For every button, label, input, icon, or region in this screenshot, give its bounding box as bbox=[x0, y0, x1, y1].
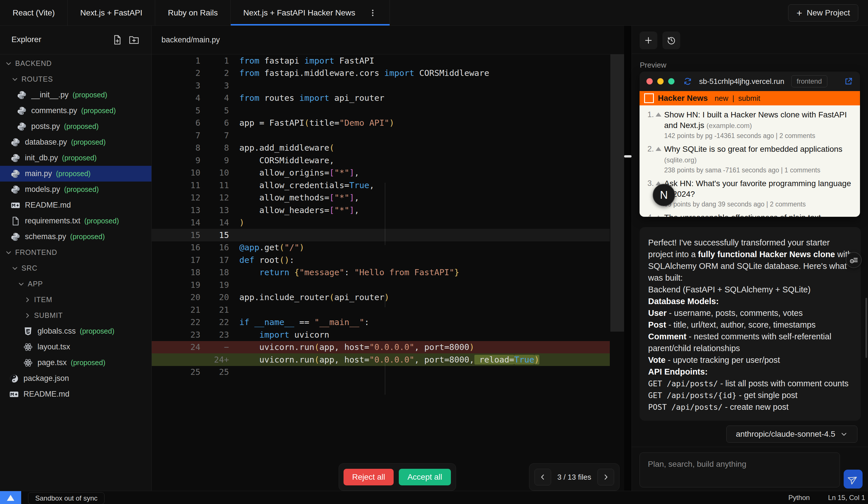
new-line-number: 13 bbox=[200, 205, 229, 215]
new-line-number: 17 bbox=[200, 255, 229, 265]
new-file-icon[interactable] bbox=[112, 34, 123, 45]
code-line: 1616@app.get("/") bbox=[152, 241, 610, 254]
file-label: SRC bbox=[21, 264, 38, 272]
chevron-down-icon bbox=[17, 280, 25, 288]
tree-file-posts.py[interactable]: posts.py(proposed) bbox=[0, 119, 152, 134]
editor-scrollbar[interactable] bbox=[610, 54, 624, 332]
chevron-down-icon bbox=[840, 430, 848, 438]
diff-deleted-line: 24− uvicorn.run(app, host="0.0.0.0", por… bbox=[152, 341, 610, 354]
new-line-number: 18 bbox=[200, 267, 229, 277]
language-indicator[interactable]: Python bbox=[788, 494, 810, 502]
tree-folder-backend[interactable]: BACKEND bbox=[0, 55, 152, 71]
tree-file-readme.md[interactable]: README.md bbox=[0, 386, 152, 402]
assistant-text: Post - title, url/text, author, score, t… bbox=[648, 319, 852, 331]
hn-post-body: Show HN: I built a Hacker News clone wit… bbox=[664, 110, 854, 140]
hn-post-title[interactable]: Why SQLite is so great for embedded appl… bbox=[664, 144, 854, 165]
file-label: package.json bbox=[23, 374, 69, 383]
tree-file-init_db.py[interactable]: init_db.py(proposed) bbox=[0, 150, 152, 166]
activity-log-button[interactable] bbox=[846, 252, 862, 268]
old-line-number: 18 bbox=[152, 267, 200, 277]
panel-splitter[interactable] bbox=[624, 26, 631, 491]
tree-file-comments.py[interactable]: comments.py(proposed) bbox=[0, 103, 152, 119]
old-line-number: 6 bbox=[152, 118, 200, 128]
proposed-badge: (proposed) bbox=[73, 91, 107, 99]
close-dot-icon[interactable] bbox=[647, 78, 653, 84]
hn-post-meta[interactable]: 142 points by pg -14361 seconds ago | 2 … bbox=[664, 132, 854, 140]
previous-file-button[interactable] bbox=[535, 469, 551, 485]
send-button[interactable] bbox=[844, 470, 862, 488]
hn-nav-submit[interactable]: submit bbox=[738, 94, 760, 103]
tree-file-layout.tsx[interactable]: layout.tsx bbox=[0, 339, 152, 355]
plus-icon: + bbox=[796, 8, 802, 19]
hn-post-title[interactable]: Show HN: I built a Hacker News clone wit… bbox=[664, 110, 854, 131]
tree-folder-src[interactable]: SRC bbox=[0, 260, 152, 276]
accept-all-button[interactable]: Accept all bbox=[399, 469, 451, 485]
add-preview-button[interactable] bbox=[640, 31, 657, 49]
tree-file-requirements.txt[interactable]: requirements.txt(proposed) bbox=[0, 213, 152, 229]
tree-folder-routes[interactable]: ROUTES bbox=[0, 71, 152, 87]
code-line: 33 bbox=[152, 79, 610, 92]
panel-scrollbar[interactable] bbox=[866, 298, 867, 358]
proposed-badge: (proposed) bbox=[71, 359, 105, 367]
frontend-badge[interactable]: frontend bbox=[791, 75, 827, 88]
chevron-down-icon bbox=[4, 248, 13, 257]
project-tab-3[interactable]: Next.js + FastAPI Hacker News bbox=[231, 0, 390, 25]
preview-url[interactable]: sb-51crhlp4ljhg.vercel.run bbox=[699, 77, 784, 86]
file-label: page.tsx bbox=[38, 358, 67, 367]
maximize-dot-icon[interactable] bbox=[668, 78, 674, 84]
hn-post-meta[interactable]: 89 points by dang 39 seconds ago | 2 com… bbox=[664, 200, 854, 208]
upvote-arrow-icon[interactable] bbox=[655, 144, 664, 174]
hn-post-title[interactable]: The unreasonable effectiveness of plain … bbox=[664, 212, 854, 217]
tree-file-readme.md[interactable]: README.md bbox=[0, 197, 152, 213]
model-selector[interactable]: anthropic/claude-sonnet-4.5 bbox=[726, 425, 857, 443]
upvote-arrow-icon[interactable] bbox=[655, 110, 664, 140]
history-restore-icon[interactable] bbox=[662, 31, 680, 49]
hn-nav-new[interactable]: new bbox=[715, 94, 728, 103]
code-line: 1919 bbox=[152, 279, 610, 291]
sync-status[interactable]: Sandbox out of sync bbox=[28, 492, 104, 504]
project-tab-2[interactable]: Ruby on Rails bbox=[155, 0, 230, 25]
next-file-button[interactable] bbox=[598, 469, 614, 485]
new-folder-icon[interactable] bbox=[128, 34, 140, 45]
upvote-arrow-icon[interactable] bbox=[655, 212, 664, 217]
reject-all-button[interactable]: Reject all bbox=[343, 469, 394, 485]
old-line-number: 16 bbox=[152, 243, 200, 252]
tree-file-main.py[interactable]: main.py(proposed) bbox=[0, 166, 152, 182]
tree-folder-app[interactable]: APP bbox=[0, 276, 152, 292]
chat-prompt-input[interactable] bbox=[640, 452, 840, 487]
tree-file-globals.css[interactable]: globals.css(proposed) bbox=[0, 323, 152, 339]
splitter-handle[interactable] bbox=[624, 155, 631, 157]
hn-post-domain[interactable]: (sqlite.org) bbox=[664, 156, 696, 164]
code-text: ) bbox=[229, 218, 244, 227]
project-tab-1[interactable]: Next.js + FastAPI bbox=[68, 0, 155, 25]
tree-file-page.tsx[interactable]: page.tsx(proposed) bbox=[0, 355, 152, 371]
code-diff-view[interactable]: 11from fastapi import FastAPI22from fast… bbox=[152, 54, 631, 378]
py-file-icon bbox=[11, 232, 20, 242]
code-line: 2020app.include_router(api_router) bbox=[152, 291, 610, 304]
project-tab-0[interactable]: React (Vite) bbox=[0, 0, 68, 25]
file-label: init_db.py bbox=[25, 154, 58, 162]
tree-file-package.json[interactable]: package.json bbox=[0, 371, 152, 386]
tree-folder-item[interactable]: ITEM bbox=[0, 292, 152, 308]
new-project-button[interactable]: + New Project bbox=[788, 4, 858, 21]
code-text: allow_origins=["*"], bbox=[229, 168, 359, 177]
tree-file-schemas.py[interactable]: schemas.py(proposed) bbox=[0, 229, 152, 245]
tree-file-database.py[interactable]: database.py(proposed) bbox=[0, 134, 152, 150]
new-line-number: 16 bbox=[200, 243, 229, 252]
tree-file-models.py[interactable]: models.py(proposed) bbox=[0, 182, 152, 197]
hn-post-domain[interactable]: (example.com) bbox=[706, 122, 752, 130]
code-text: app.add_middleware( bbox=[229, 143, 334, 153]
hn-post-1: 1.Show HN: I built a Hacker News clone w… bbox=[644, 110, 854, 140]
tree-file-__init__.py[interactable]: __init__.py(proposed) bbox=[0, 87, 152, 103]
cursor-position[interactable]: Ln 15, Col 1 bbox=[828, 494, 865, 502]
model-name: anthropic/claude-sonnet-4.5 bbox=[736, 430, 835, 439]
tree-folder-frontend[interactable]: FRONTEND bbox=[0, 245, 152, 260]
hn-post-meta[interactable]: 238 points by sama -7161 seconds ago | 1… bbox=[664, 166, 854, 174]
hn-post-title[interactable]: Ask HN: What's your favorite programming… bbox=[664, 178, 854, 199]
tree-folder-submit[interactable]: SUBMIT bbox=[0, 308, 152, 323]
sandbox-logo-icon[interactable] bbox=[0, 491, 21, 504]
refresh-icon[interactable] bbox=[683, 77, 692, 86]
tab-menu-icon[interactable] bbox=[369, 9, 377, 17]
open-external-icon[interactable] bbox=[844, 77, 853, 86]
minimize-dot-icon[interactable] bbox=[657, 78, 664, 84]
